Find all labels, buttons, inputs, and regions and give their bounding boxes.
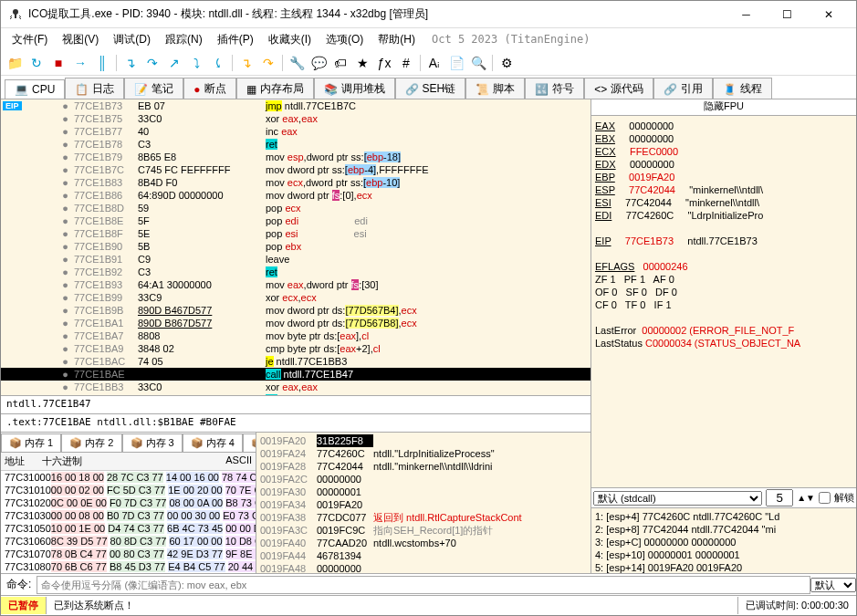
dump-row[interactable]: 77C310200C 00 0E 00 F0 7D C3 77 08 00 0A… — [1, 496, 256, 509]
unlock-checkbox[interactable] — [819, 492, 831, 504]
tab-notes[interactable]: 📝笔记 — [124, 78, 183, 99]
maximize-button[interactable]: ☐ — [767, 1, 808, 28]
comments-icon[interactable]: 💬 — [308, 53, 329, 73]
trace-into-icon[interactable]: ↴ — [236, 53, 256, 73]
disasm-line[interactable]: ●77CE1B73EB 07jmp ntdll.77CE1B7C — [1, 99, 590, 112]
step-into-icon[interactable]: ↴ — [120, 53, 141, 73]
disasm-line[interactable]: ●77CE1B91C9leave — [1, 253, 590, 266]
stack-row[interactable]: 0019FA2877C42044ntdll."minkernel\\ntdll\… — [256, 460, 590, 473]
dump-row[interactable]: 77C3100016 00 18 00 28 7C C3 77 14 00 16… — [1, 471, 256, 484]
dump-row[interactable]: 77C3103000 00 08 00 B0 7D C3 77 00 00 30… — [1, 509, 256, 522]
disasm-line[interactable]: ●77CE1B9933C9xor ecx,ecx — [1, 291, 590, 304]
tab-memory-map[interactable]: ▦内存布局 — [236, 78, 314, 99]
stack-row[interactable]: 0019FA340019FA20 — [256, 498, 590, 511]
disasm-line[interactable]: ●77CE1BAEE8 94FCFFFFcall ntdll.77CE1B47 — [1, 368, 590, 381]
tab-threads[interactable]: 🧵线程 — [713, 78, 772, 99]
open-icon[interactable]: 📁 — [5, 53, 25, 73]
tab-seh[interactable]: 🔗SEH链 — [395, 78, 466, 99]
stack-view[interactable]: 0019FA2031B225F80019FA2477C4260Cntdll."L… — [256, 433, 590, 573]
disasm-line[interactable]: ●77CE1B8664:890D 00000000mov dword ptr f… — [1, 189, 590, 202]
menu-file[interactable]: 文件(F) — [5, 30, 55, 49]
tab-source[interactable]: <>源代码 — [584, 78, 653, 99]
dump-row[interactable]: 77C3101000 00 02 00 FC 5D C3 77 1E 00 20… — [1, 484, 256, 496]
disasm-line[interactable]: ●77CE1B7CC745 FC FEFFFFFFmov dword ptr s… — [1, 163, 590, 176]
callconv-select[interactable]: 默认 (stdcall) — [593, 491, 762, 506]
trace-over-icon[interactable]: ↷ — [258, 53, 278, 73]
disasm-line[interactable]: ●77CE1BA78808mov byte ptr ds:[eax],cl — [1, 329, 590, 342]
step-over-icon[interactable]: ↷ — [142, 53, 162, 73]
command-mode-select[interactable]: 默认 — [810, 578, 856, 592]
command-input[interactable] — [37, 576, 810, 594]
variables-icon[interactable]: # — [396, 53, 416, 73]
disasm-line[interactable]: ●77CE1B9B890D B467D577mov dword ptr ds:[… — [1, 304, 590, 317]
menu-plugins[interactable]: 插件(P) — [210, 30, 261, 49]
settings-icon[interactable]: ⚙ — [496, 53, 517, 73]
tab-script[interactable]: 📜脚本 — [465, 78, 525, 99]
register-view[interactable]: EAX 00000000EBX 00000000ECX FFEC0000EDX … — [591, 116, 856, 487]
tab-symbols[interactable]: 🔣符号 — [525, 78, 584, 99]
disasm-line[interactable]: ●77CE1B8F5Epop esi esi — [1, 227, 590, 240]
disassembly-view[interactable]: EIP ●77CE1B73EB 07jmp ntdll.77CE1B7C●77C… — [1, 99, 590, 395]
disasm-line[interactable]: ●77CE1B8D59pop ecx — [1, 202, 590, 214]
dump-tab-2[interactable]: 📦 内存 2 — [61, 433, 121, 452]
close-button[interactable]: ✕ — [808, 1, 849, 28]
tab-references[interactable]: 🔗引用 — [653, 78, 713, 99]
menu-help[interactable]: 帮助(H) — [371, 30, 423, 49]
disasm-line[interactable]: ●77CE1B7740inc eax — [1, 125, 590, 138]
dump-row[interactable]: 77C3108070 6B C6 77 B8 45 D3 77 E4 B4 C5… — [1, 560, 256, 573]
tab-log[interactable]: 📋日志 — [65, 78, 124, 99]
pause-icon[interactable]: ║ — [92, 53, 112, 73]
dump-tab-4[interactable]: 📦 内存 4 — [183, 433, 243, 452]
stack-row[interactable]: 0019FA3C0019FC9C指向SEH_Record[1]的指针 — [256, 524, 590, 537]
dump-tab-1[interactable]: 📦 内存 1 — [1, 433, 61, 452]
disasm-line[interactable]: ●77CE1B905Bpop ebx — [1, 240, 590, 253]
disasm-line[interactable]: ●77CE1B8E5Fpop edi edi — [1, 214, 590, 227]
menu-trace[interactable]: 跟踪(N) — [158, 30, 210, 49]
arg-count-input[interactable] — [766, 489, 793, 506]
hide-fpu-button[interactable]: 隐藏FPU — [591, 99, 856, 116]
disasm-line[interactable]: ●77CE1BA1890D B867D577mov dword ptr ds:[… — [1, 317, 590, 329]
run-to-icon[interactable]: ⤹ — [208, 53, 228, 73]
disasm-line[interactable]: ●77CE1B78C3ret — [1, 138, 590, 151]
dump-row[interactable]: 77C3107078 0B C4 77 00 80 C3 77 42 9E D3… — [1, 548, 256, 560]
menu-options[interactable]: 选项(O) — [319, 30, 371, 49]
stack-row[interactable]: 0019FA4800000000 — [256, 562, 590, 573]
search-icon[interactable]: 🔍 — [468, 53, 488, 73]
stack-row[interactable]: 0019FA2477C4260Cntdll."LdrpInitializePro… — [256, 447, 590, 460]
step-out-icon[interactable]: ↗ — [164, 53, 184, 73]
disasm-line[interactable]: ●77CE1BA93848 02cmp byte ptr ds:[eax+2],… — [1, 342, 590, 355]
tab-cpu[interactable]: 💻CPU — [5, 79, 65, 99]
strings-icon[interactable]: Aᵢ — [424, 53, 444, 73]
tab-breakpoints[interactable]: ●断点 — [183, 78, 235, 99]
disasm-line[interactable]: ●77CE1BB333C0xor eax,eax — [1, 381, 590, 393]
functions-icon[interactable]: ƒx — [374, 53, 394, 73]
stack-row[interactable]: 0019FA2C00000000 — [256, 473, 590, 485]
calls-icon[interactable]: 📄 — [446, 53, 466, 73]
disasm-line[interactable]: ●77CE1B9364:A1 30000000mov eax,dword ptr… — [1, 278, 590, 291]
labels-icon[interactable]: 🏷 — [330, 53, 350, 73]
menu-favorites[interactable]: 收藏夹(I) — [261, 30, 319, 49]
step-icon[interactable]: ⤵ — [186, 53, 206, 73]
dump-row[interactable]: 77C3105010 00 1E 00 D4 74 C3 77 6B 4C 73… — [1, 522, 256, 535]
stack-row[interactable]: 0019FA3000000001 — [256, 485, 590, 498]
stop-icon[interactable]: ■ — [48, 53, 68, 73]
disasm-line[interactable]: ●77CE1B838B4D F0mov ecx,dword ptr ss:[eb… — [1, 176, 590, 189]
stack-row[interactable]: 0019FA2031B225F8 — [256, 434, 590, 447]
dump-tab-3[interactable]: 📦 内存 3 — [122, 433, 183, 452]
arguments-view[interactable]: 1: [esp+4] 77C4260C ntdll.77C4260C "Ld2:… — [591, 507, 856, 573]
patches-icon[interactable]: 🔧 — [287, 53, 307, 73]
dump-row[interactable]: 77C310608C 39 D5 77 80 8D C3 77 60 17 00… — [1, 535, 256, 548]
stack-row[interactable]: 0019FA3877CDC077返回到 ntdll.RtlCaptureStac… — [256, 511, 590, 524]
minimize-button[interactable]: ─ — [726, 1, 767, 28]
stack-row[interactable]: 0019FA4077CAAD20ntdll.wcstombs+70 — [256, 537, 590, 549]
disasm-line[interactable]: ●77CE1BAC74 05je ntdll.77CE1BB3 — [1, 355, 590, 368]
dump-tab-5[interactable]: 📦 内存 5 — [243, 433, 256, 452]
disasm-line[interactable]: ●77CE1B92C3ret — [1, 266, 590, 278]
disasm-line[interactable]: ●77CE1B798B65 E8mov esp,dword ptr ss:[eb… — [1, 151, 590, 163]
tab-call-stack[interactable]: 📚调用堆栈 — [314, 78, 395, 99]
menu-debug[interactable]: 调试(D) — [106, 30, 158, 49]
stack-row[interactable]: 0019FA4446781394 — [256, 549, 590, 562]
disasm-line[interactable]: ●77CE1BB5C3ret — [1, 393, 590, 395]
disasm-line[interactable]: ●77CE1B7533C0xor eax,eax — [1, 112, 590, 125]
run-icon[interactable]: → — [70, 53, 90, 73]
